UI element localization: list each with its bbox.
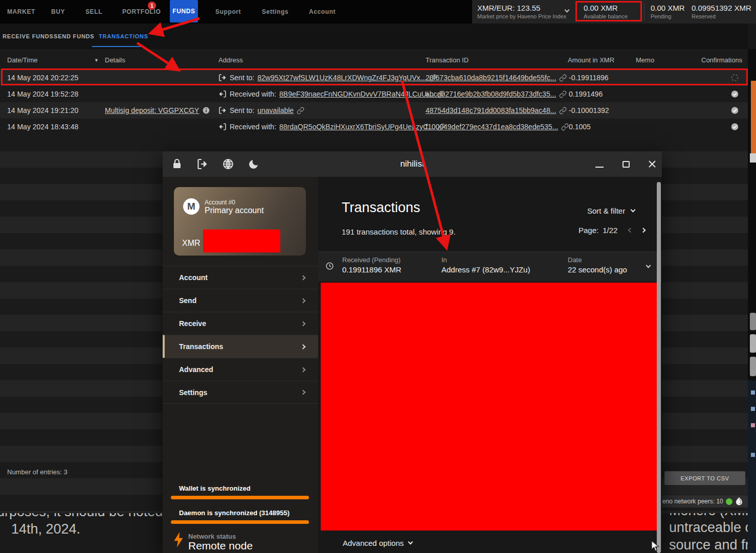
- nav-market[interactable]: MARKET: [7, 0, 35, 24]
- tx-amount: 0.19911896 XMR: [342, 265, 402, 274]
- price-dropdown-icon[interactable]: [565, 8, 570, 13]
- col-date-time[interactable]: Date/Time: [7, 56, 37, 64]
- window-titlebar[interactable]: nihilist: [163, 151, 662, 177]
- account-label: Account #0: [205, 199, 235, 206]
- maximize-button[interactable]: [619, 157, 633, 171]
- tor-onion-icon: [735, 497, 743, 506]
- menu-item-send[interactable]: Send: [163, 289, 318, 312]
- balance-ticker: XMR/EUR: 123.55 Market price by Haveno P…: [472, 0, 756, 24]
- wallet-menu: Account Send Receive Transactions Advanc…: [163, 266, 318, 404]
- monero-wallet-window: nihilist M Account #0 Primary account XM…: [163, 151, 662, 553]
- col-details[interactable]: Details: [105, 56, 125, 64]
- background-article-text: 14th, 2024.: [11, 521, 80, 537]
- tx-date: 14 May 2024 19:52:28: [7, 90, 78, 98]
- network-status-label: Network status: [188, 533, 236, 540]
- close-button[interactable]: [646, 157, 659, 171]
- advanced-options-toggle[interactable]: Advanced options: [343, 539, 412, 547]
- link-icon: [297, 107, 304, 114]
- price-pair[interactable]: XMR/EUR: 123.55: [477, 4, 540, 12]
- table-row[interactable]: 14 May 2024 19:21:20 Multisig deposit: V…: [0, 102, 748, 119]
- divider: [644, 3, 644, 20]
- export-to-csv-button[interactable]: EXPORT TO CSV: [664, 471, 745, 485]
- nav-settings[interactable]: Settings: [262, 0, 288, 24]
- edge-window-fragment: [748, 49, 756, 553]
- menu-item-advanced[interactable]: Advanced: [163, 358, 318, 381]
- txid-link[interactable]: f100049def279ec437d1ea8cd38ede535...: [426, 123, 558, 131]
- tab-send-funds[interactable]: SEND FUNDS: [54, 24, 95, 49]
- col-confirmations[interactable]: Confirmations: [701, 56, 742, 64]
- tab-transactions[interactable]: TRANSACTIONS: [99, 24, 148, 49]
- chevron-right-icon: [301, 367, 306, 372]
- menu-label: Settings: [179, 388, 207, 397]
- account-card[interactable]: M Account #0 Primary account XMR: [174, 187, 306, 256]
- sort-filter-button[interactable]: Sort & filter: [587, 206, 635, 215]
- received-icon: [218, 123, 227, 131]
- daemon-sync-progressbar: [171, 520, 309, 524]
- sent-icon: [218, 106, 227, 114]
- chevron-right-icon: [301, 298, 306, 303]
- tx-in-address: Address #7 (82w9...YJZu): [441, 265, 530, 274]
- nav-account[interactable]: Account: [309, 0, 336, 24]
- edge-window-fragment: [750, 334, 756, 353]
- nav-sell[interactable]: SELL: [85, 0, 102, 24]
- page-prev-button[interactable]: [628, 228, 633, 233]
- info-icon[interactable]: [202, 106, 210, 114]
- col-amount[interactable]: Amount in XMR: [568, 56, 614, 64]
- reserved-balance-label: Reserved: [692, 13, 716, 19]
- edge-window-fragment: [750, 153, 756, 163]
- pending-spinner-icon: [730, 74, 739, 82]
- panel-title: Transactions: [342, 200, 420, 216]
- col-address[interactable]: Address: [218, 56, 243, 64]
- nav-funds[interactable]: FUNDS: [170, 0, 198, 22]
- clock-pending-icon: [325, 262, 334, 270]
- confirmed-icon: [730, 123, 739, 131]
- network-status-value[interactable]: Remote node: [188, 540, 253, 552]
- menu-item-settings[interactable]: Settings: [163, 381, 318, 404]
- window-title: nihilist: [163, 151, 662, 177]
- menu-item-transactions[interactable]: Transactions: [163, 335, 318, 358]
- txid-link[interactable]: 48754d3d148c791dd0083fa15bb9ac48...: [426, 106, 556, 114]
- menu-item-receive[interactable]: Receive: [163, 312, 318, 335]
- col-transaction-id[interactable]: Transaction ID: [426, 56, 469, 64]
- page-value: 1/22: [603, 226, 617, 235]
- tx-date-value: 22 second(s) ago: [568, 265, 627, 274]
- txid-link[interactable]: abcdb2716e9b2b3fb08d9fd5b373dfc35...: [426, 90, 556, 98]
- table-row[interactable]: 14 May 2024 19:52:28 Received with:8B9eF…: [0, 86, 748, 102]
- table-row[interactable]: 14 May 2024 20:22:25 Sent to:82w95Xt27wf…: [0, 70, 748, 86]
- received-icon: [218, 90, 227, 98]
- network-bolt-icon: [172, 532, 185, 548]
- network-peers-status: eno network peers: 10: [661, 495, 748, 508]
- txid-link[interactable]: 20f673cba610da8b9215f14649bde55fc...: [426, 74, 556, 82]
- transactions-summary: 191 transactions total, showing 9.: [342, 227, 456, 236]
- nav-support[interactable]: Support: [215, 0, 241, 24]
- minimize-button[interactable]: [593, 160, 606, 174]
- menu-item-account[interactable]: Account: [163, 266, 318, 289]
- details-link[interactable]: Multisig deposit: VGGPXCGY: [105, 106, 199, 114]
- sort-desc-icon[interactable]: ▼: [94, 58, 99, 63]
- page-next-button[interactable]: [641, 228, 646, 233]
- address-link[interactable]: 82w95Xt27wfSLW1UzK48LrXDWngZr4FJ3gYqUVx.…: [257, 74, 426, 82]
- link-icon: [559, 74, 567, 82]
- link-icon: [561, 123, 569, 131]
- wallet-transaction-row[interactable]: Received (Pending) 0.19911896 XMR In Add…: [318, 252, 662, 282]
- tx-date: 14 May 2024 19:21:20: [7, 106, 78, 114]
- address-link[interactable]: unavailable: [257, 106, 294, 114]
- tab-receive-funds[interactable]: RECEIVE FUNDS: [3, 24, 54, 49]
- expand-row-icon[interactable]: [646, 263, 651, 268]
- wallet-sync-progressbar: [171, 496, 309, 499]
- address-prefix: Received with:: [230, 123, 276, 131]
- nav-buy[interactable]: BUY: [51, 0, 65, 24]
- address-link[interactable]: 88rdaQR5oQkBziHXuxrX6TbriSyUPg4UeLzyC...: [279, 123, 434, 131]
- link-icon: [559, 90, 567, 98]
- monero-logo-letter: M: [187, 201, 195, 212]
- sent-icon: [218, 74, 227, 82]
- tx-amount: -0.19911896: [569, 74, 609, 82]
- main-nav: MARKET BUY SELL PORTFOLIO FUNDS Support …: [0, 0, 472, 24]
- portfolio-notification-badge: 1: [148, 2, 156, 10]
- address-link[interactable]: 8B9eF39naecFnNGDKvnDvvV7BRaN4JLCuUi...: [279, 90, 434, 98]
- table-row[interactable]: 14 May 2024 18:43:48 Received with:88rda…: [0, 119, 748, 135]
- entries-count: Number of entries: 3: [7, 468, 68, 476]
- window-scrollbar[interactable]: [657, 182, 661, 553]
- link-icon: [559, 107, 567, 114]
- col-memo[interactable]: Memo: [636, 56, 654, 64]
